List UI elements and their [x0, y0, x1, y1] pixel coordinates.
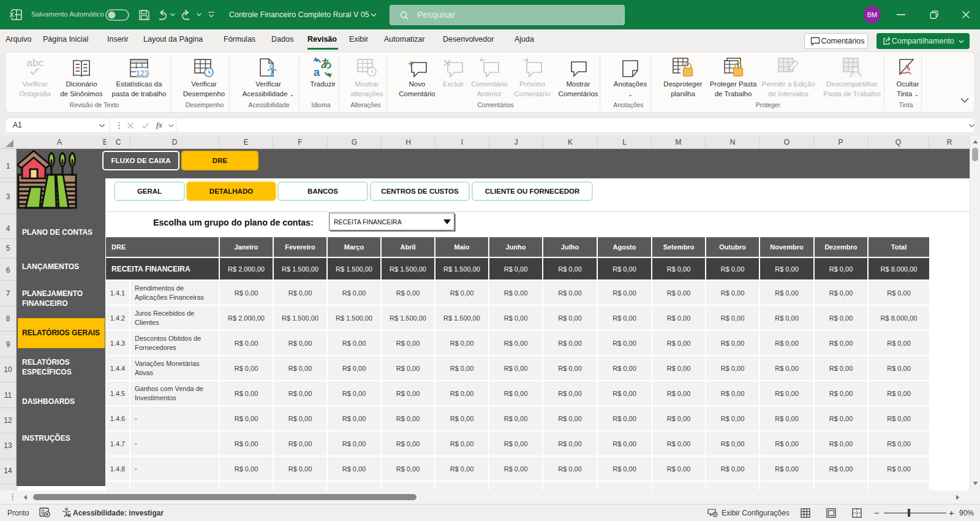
svg-text:123: 123	[135, 69, 149, 78]
svg-text:a: a	[314, 66, 320, 78]
svg-text:あ: あ	[321, 57, 332, 69]
svg-text:abc: abc	[26, 58, 43, 69]
svg-text:X: X	[9, 11, 13, 18]
